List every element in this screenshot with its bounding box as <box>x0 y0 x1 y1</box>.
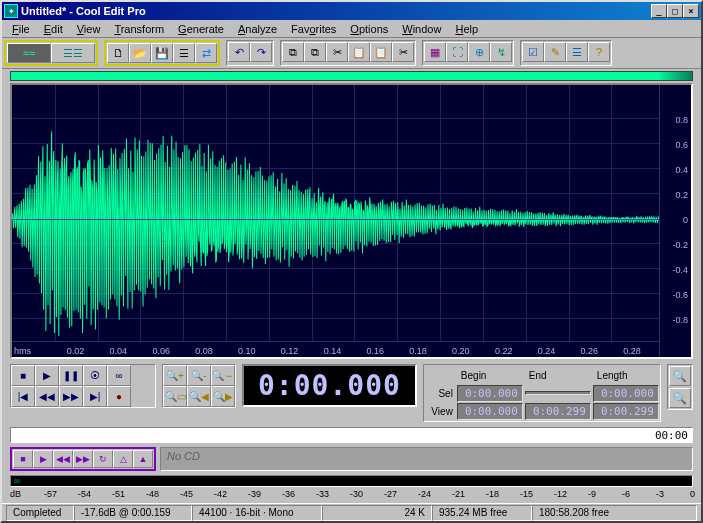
ruler-tick: 0.22 <box>495 346 513 356</box>
settings-button[interactable]: ☑ <box>522 42 544 62</box>
copy-new-button[interactable]: ⧉ <box>304 42 326 62</box>
cd-refresh-button[interactable]: ↻ <box>93 450 113 468</box>
minimize-button[interactable]: _ <box>651 4 667 18</box>
redo-button[interactable]: ↷ <box>250 42 272 62</box>
cd-prev-button[interactable]: ◀◀ <box>53 450 73 468</box>
zoom-vert-out-button[interactable]: 🔍 <box>669 388 691 408</box>
view-length[interactable]: 0:00.299 <box>593 403 659 420</box>
go-end-button[interactable]: ▶| <box>83 386 107 407</box>
new-file-button[interactable]: 🗋 <box>107 43 129 63</box>
amp-tick: 0.6 <box>675 140 688 150</box>
go-start-button[interactable]: |◀ <box>11 386 35 407</box>
play-to-end-button[interactable]: ⦿ <box>83 365 107 386</box>
db-tick: -30 <box>350 489 363 499</box>
cd-extract-button[interactable]: △ <box>113 450 133 468</box>
cd-status-text: No CD <box>160 447 693 471</box>
ruler-unit-label: hms <box>14 346 31 356</box>
ruler-tick: 0.12 <box>281 346 299 356</box>
help-button[interactable]: ? <box>588 42 610 62</box>
amp-tick: -0.2 <box>672 240 688 250</box>
menu-file[interactable]: File <box>6 22 36 36</box>
menu-generate[interactable]: Generate <box>172 22 230 36</box>
overview-strip[interactable] <box>10 71 693 81</box>
ruler-tick: 0.02 <box>67 346 85 356</box>
pause-button[interactable]: ❚❚ <box>59 365 83 386</box>
db-tick: -21 <box>452 489 465 499</box>
menu-transform[interactable]: Transform <box>108 22 170 36</box>
status-time-free: 180:58.208 free <box>532 505 697 521</box>
waveform-area[interactable]: hms 0.020.040.060.080.100.120.140.160.18… <box>10 83 693 359</box>
zoom-vert-in-button[interactable]: 🔍 <box>669 366 691 386</box>
stats-button[interactable]: ↯ <box>490 42 512 62</box>
nav-time: 00:00 <box>655 429 688 442</box>
status-disk: 935.24 MB free <box>432 505 532 521</box>
db-tick: -27 <box>384 489 397 499</box>
status-completed: Completed <box>6 505 74 521</box>
stop-button[interactable]: ■ <box>11 365 35 386</box>
menu-view[interactable]: View <box>71 22 107 36</box>
view-end[interactable]: 0:00.299 <box>525 403 591 420</box>
copy-button[interactable]: ⧉ <box>282 42 304 62</box>
zoom-selection-button[interactable]: 🔍▭ <box>163 386 187 407</box>
waveform-canvas[interactable]: hms 0.020.040.060.080.100.120.140.160.18… <box>12 85 659 357</box>
rewind-button[interactable]: ◀◀ <box>35 386 59 407</box>
cue-list-button[interactable]: ☰ <box>566 42 588 62</box>
convert-button[interactable]: ⇄ <box>195 43 217 63</box>
cd-play-button[interactable]: ▶ <box>33 450 53 468</box>
record-button[interactable]: ● <box>107 386 131 407</box>
sel-end[interactable] <box>525 391 591 395</box>
maximize-button[interactable]: □ <box>667 4 683 18</box>
sel-length[interactable]: 0:00.000 <box>593 385 659 402</box>
mix-paste-button[interactable]: 📋 <box>370 42 392 62</box>
trim-button[interactable]: ✂ <box>392 42 414 62</box>
ruler-tick: 0.18 <box>409 346 427 356</box>
db-tick: -51 <box>112 489 125 499</box>
zoom-in-button[interactable]: 🔍+ <box>163 365 187 386</box>
status-level: -17.6dB @ 0:00.159 <box>74 505 192 521</box>
timecode-display[interactable]: 0:00.000 <box>242 364 417 407</box>
cd-next-button[interactable]: ▶▶ <box>73 450 93 468</box>
menu-analyze[interactable]: Analyze <box>232 22 283 36</box>
batch-button[interactable]: ☰ <box>173 43 195 63</box>
cd-stop-button[interactable]: ■ <box>13 450 33 468</box>
open-file-button[interactable]: 📂 <box>129 43 151 63</box>
amplitude-scale: 0.80.60.40.20-0.2-0.4-0.6-0.8 <box>659 85 691 357</box>
waveform-view-button[interactable]: ≈≈ <box>7 43 51 63</box>
close-button[interactable]: × <box>683 4 699 18</box>
cd-eject-button[interactable]: ▲ <box>133 450 153 468</box>
level-meter[interactable] <box>10 475 693 487</box>
multitrack-view-button[interactable]: ☰☰ <box>51 43 95 63</box>
zoom-in-left-button[interactable]: 🔍◀ <box>187 386 211 407</box>
amp-tick: 0.4 <box>675 165 688 175</box>
cd-player-area: ■ ▶ ◀◀ ▶▶ ↻ △ ▲ No CD <box>10 447 693 471</box>
titlebar[interactable]: ✦ Untitled* - Cool Edit Pro _ □ × <box>2 2 701 20</box>
zoom-in-right-button[interactable]: 🔍▶ <box>211 386 235 407</box>
zoom-buttons: 🔍+ 🔍- 🔍↔ 🔍▭ 🔍◀ 🔍▶ <box>162 364 236 408</box>
ffwd-button[interactable]: ▶▶ <box>59 386 83 407</box>
row-sel-label: Sel <box>425 388 455 399</box>
save-file-button[interactable]: 💾 <box>151 43 173 63</box>
paste-button[interactable]: 📋 <box>348 42 370 62</box>
freq-analysis-button[interactable]: ⛶ <box>446 42 468 62</box>
spectral-button[interactable]: ▦ <box>424 42 446 62</box>
time-ruler[interactable]: hms 0.020.040.060.080.100.120.140.160.18… <box>12 341 659 357</box>
undo-button[interactable]: ↶ <box>228 42 250 62</box>
menu-help[interactable]: Help <box>449 22 484 36</box>
menu-edit[interactable]: Edit <box>38 22 69 36</box>
phase-analysis-button[interactable]: ⊕ <box>468 42 490 62</box>
zoom-full-button[interactable]: 🔍↔ <box>211 365 235 386</box>
ruler-tick: 0.04 <box>110 346 128 356</box>
play-looped-button[interactable]: ∞ <box>107 365 131 386</box>
play-button[interactable]: ▶ <box>35 365 59 386</box>
zoom-out-button[interactable]: 🔍- <box>187 365 211 386</box>
scripts-button[interactable]: ✎ <box>544 42 566 62</box>
menu-options[interactable]: Options <box>344 22 394 36</box>
cut-button[interactable]: ✂ <box>326 42 348 62</box>
sel-begin[interactable]: 0:00.000 <box>457 385 523 402</box>
menu-favorites[interactable]: Favorites <box>285 22 342 36</box>
menu-window[interactable]: Window <box>396 22 447 36</box>
navigation-bar[interactable]: 00:00 <box>10 427 693 443</box>
amp-tick: 0.2 <box>675 190 688 200</box>
view-begin[interactable]: 0:00.000 <box>457 403 523 420</box>
ruler-tick: 0.10 <box>238 346 256 356</box>
